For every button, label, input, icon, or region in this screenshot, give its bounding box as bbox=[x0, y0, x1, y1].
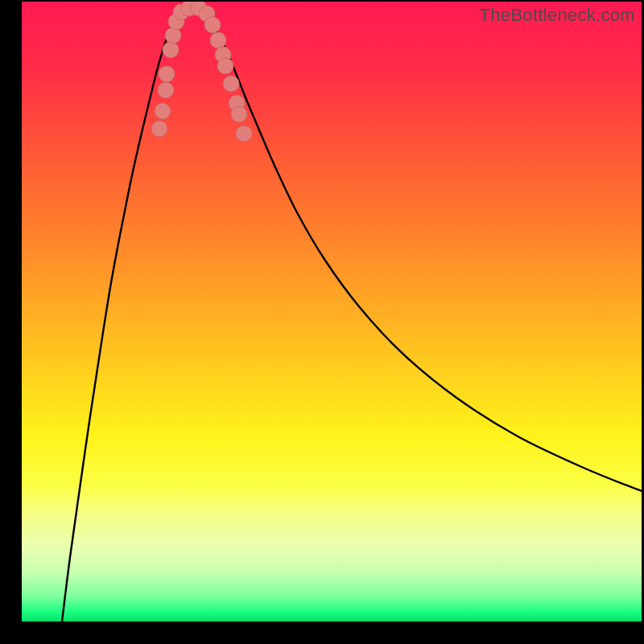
data-marker bbox=[155, 103, 171, 119]
data-marker bbox=[204, 17, 221, 33]
data-marker bbox=[158, 82, 174, 98]
data-marker bbox=[223, 76, 239, 92]
outer-frame: TheBottleneck.com bbox=[0, 0, 644, 644]
plot-area: TheBottleneck.com bbox=[22, 2, 642, 621]
right-branch-curve bbox=[191, 4, 642, 491]
left-branch-curve bbox=[62, 4, 191, 621]
data-marker bbox=[231, 106, 247, 122]
data-marker bbox=[151, 121, 167, 137]
curves-layer bbox=[22, 2, 642, 621]
data-marker bbox=[217, 58, 233, 74]
data-marker bbox=[159, 66, 175, 82]
marker-group bbox=[151, 2, 252, 142]
data-marker bbox=[236, 126, 252, 142]
data-marker bbox=[163, 42, 179, 58]
data-marker bbox=[210, 32, 226, 48]
